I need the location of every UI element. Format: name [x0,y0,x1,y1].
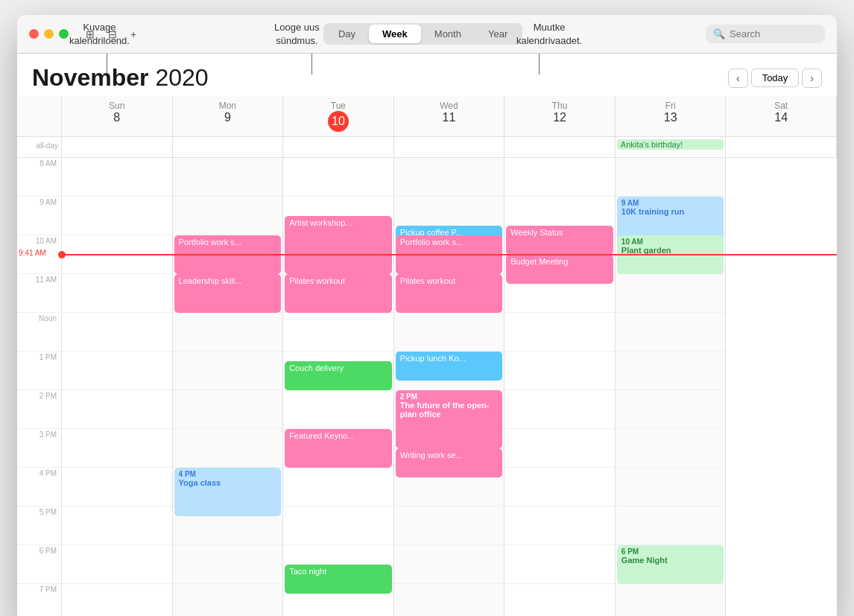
month-title: November 2020 [32,64,209,92]
time-8am: 8 AM [17,158,62,197]
search-icon: 🔍 [713,28,725,39]
time-9am: 9 AM [17,197,62,235]
inbox-button[interactable]: ⊟ [104,26,121,42]
time-3pm: 3 PM [17,429,62,468]
weekly-status[interactable]: Weekly Status [506,226,613,255]
sun-5pm[interactable] [62,507,172,545]
allday-mon [173,137,284,157]
calendar: Sun 8 Mon 9 Tue 10 Wed 11 Thu 12 Fri 13 [17,96,837,616]
pickup-lunch[interactable]: Pickup lunch Ko... [396,352,503,381]
nav-controls: ‹ Today › [728,69,822,88]
time-column: 8 AM 9 AM 10 AM 11 AM Noon 1 PM 2 PM 3 P… [17,158,62,616]
day-header-sun: Sun 8 [62,96,173,136]
allday-tue [283,137,394,157]
header-spacer [17,96,62,136]
day-headers: Sun 8 Mon 9 Tue 10 Wed 11 Thu 12 Fri 13 [17,96,837,137]
day-header-tue: Tue 10 [283,96,394,136]
close-button[interactable] [29,29,39,39]
next-button[interactable]: › [802,69,822,88]
artist-workshop[interactable]: Artist workshop... [285,216,392,274]
pilates-workout-tue[interactable]: Pilates workout [285,274,392,313]
allday-row: all-day Ankita's birthday! [17,137,837,158]
allday-sun [62,137,173,157]
plant-garden[interactable]: 10 AM Plant garden [617,235,724,274]
allday-wed [394,137,505,157]
sun-1pm[interactable] [62,352,172,390]
leadership-skill[interactable]: Leadership skill... [174,274,282,313]
toolbar-icons: ⊞ ⊟ + [82,26,140,42]
time-4pm: 4 PM [17,468,62,507]
titlebar: ⊞ ⊟ + Day Week Month Year 🔍 [17,15,837,54]
sun-6pm[interactable] [62,545,172,584]
time-5pm: 5 PM [17,507,62,545]
col-sun [62,158,173,616]
fullscreen-button[interactable] [59,29,69,39]
col-mon: Portfolio work s... Leadership skill... … [173,158,284,616]
time-grid: 8 AM 9 AM 10 AM 11 AM Noon 1 PM 2 PM 3 P… [17,158,837,616]
portfolio-work-mon[interactable]: Portfolio work s... [174,235,282,274]
allday-fri: Ankita's birthday! [616,137,727,157]
minimize-button[interactable] [44,29,54,39]
budget-meeting[interactable]: Budget Meeting [506,255,613,284]
traffic-lights [29,29,69,39]
time-11am: 11 AM [17,274,62,313]
prev-button[interactable]: ‹ [728,69,748,88]
sun-4pm[interactable] [62,468,172,507]
taco-night[interactable]: Taco night [285,565,392,594]
sun-11am[interactable] [62,274,172,313]
day-header-mon: Mon 9 [173,96,284,136]
time-1pm: 1 PM [17,352,62,390]
portfolio-work-wed[interactable]: Portfolio work s... [396,235,503,274]
tab-year[interactable]: Year [475,25,521,43]
writing-work-se[interactable]: Writing work se... [396,448,503,477]
tab-week[interactable]: Week [369,25,421,43]
day-header-sat: Sat 14 [726,96,837,136]
tab-day[interactable]: Day [325,25,369,43]
sun-9am[interactable] [62,197,172,235]
month-header: November 2020 ‹ Today › [17,54,837,96]
search-input[interactable] [730,28,817,39]
sun-10am[interactable] [62,235,172,274]
sun-8am[interactable] [62,158,172,197]
day-header-thu: Thu 12 [505,96,616,136]
sun-3pm[interactable] [62,429,172,468]
view-tabs: Day Week Month Year [323,23,522,45]
col-wed: Pickup coffee P... Portfolio work s... P… [394,158,505,616]
day-header-fri: Fri 13 [616,96,727,136]
game-night[interactable]: 6 PM Game Night [617,545,724,584]
calendar-window: ⊞ ⊟ + Day Week Month Year 🔍 November 202… [17,15,837,616]
couch-delivery[interactable]: Couch delivery [285,361,392,390]
time-7pm: 7 PM [17,584,62,616]
add-event-button[interactable]: + [127,26,140,42]
yoga-class[interactable]: 4 PM Yoga class [174,468,282,516]
allday-label: all-day [17,137,62,157]
future-openplan[interactable]: 2 PM The future of the open-plan office [396,390,503,448]
sun-7pm[interactable] [62,584,172,616]
day-header-wed: Wed 11 [394,96,505,136]
col-tue: Artist workshop... Pilates workout Couch… [283,158,394,616]
time-10am: 10 AM [17,235,62,274]
time-2pm: 2 PM [17,390,62,429]
today-button[interactable]: Today [751,69,800,87]
ankita-birthday-event[interactable]: Ankita's birthday! [617,139,724,150]
sun-noon[interactable] [62,313,172,352]
sun-2pm[interactable] [62,390,172,429]
allday-sat [726,137,837,157]
allday-thu [505,137,616,157]
featured-keynote[interactable]: Featured Keyno... [285,429,392,468]
time-grid-container[interactable]: 8 AM 9 AM 10 AM 11 AM Noon 1 PM 2 PM 3 P… [17,158,837,616]
col-fri: 9 AM 10K training run 10 AM Plant garden… [616,158,727,616]
search-box[interactable]: 🔍 [706,25,825,43]
time-6pm: 6 PM [17,545,62,584]
col-thu: Weekly Status Budget Meeting [505,158,616,616]
calendar-list-button[interactable]: ⊞ [82,26,98,42]
pilates-workout-wed[interactable]: Pilates workout [396,274,503,313]
tab-month[interactable]: Month [421,25,475,43]
time-noon: Noon [17,313,62,352]
